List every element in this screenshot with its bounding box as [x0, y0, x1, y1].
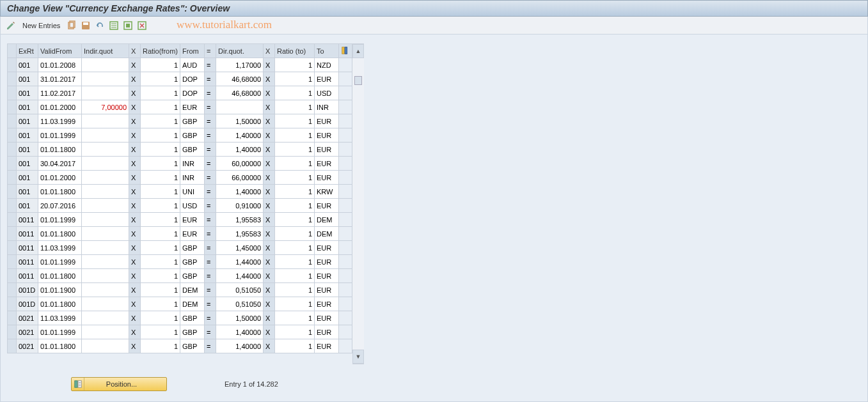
cell-indir-quot[interactable] — [82, 143, 129, 157]
deselect-all-icon[interactable] — [123, 20, 133, 31]
col-dir-quot[interactable]: Dir.quot. — [216, 44, 264, 58]
cell-from[interactable]: EUR — [180, 227, 205, 241]
col-x2[interactable]: X — [264, 44, 275, 58]
cell-from[interactable]: GBP — [180, 128, 205, 143]
cell-indir-quot[interactable] — [82, 199, 129, 213]
cell-from[interactable]: DEM — [180, 283, 205, 297]
cell-dir-quot[interactable]: 0,51050 — [216, 297, 264, 311]
cell-validfrom[interactable]: 20.07.2016 — [38, 199, 82, 213]
cell-ratio-from[interactable]: 1 — [141, 114, 180, 128]
copy-icon[interactable] — [67, 20, 77, 31]
cell-dir-quot[interactable]: 1,40000 — [216, 143, 264, 157]
cell-ratio-from[interactable]: 1 — [141, 143, 180, 157]
cell-from[interactable]: UNI — [180, 185, 205, 199]
cell-dir-quot[interactable]: 1,40000 — [216, 128, 264, 143]
cell-ratio-from[interactable]: 1 — [141, 58, 180, 72]
col-ratio-to[interactable]: Ratio (to) — [275, 44, 315, 58]
cell-indir-quot[interactable] — [82, 185, 129, 199]
cell-indir-quot[interactable] — [82, 227, 129, 241]
cell-ratio-from[interactable]: 1 — [141, 157, 180, 171]
vertical-scrollbar[interactable]: ▲ ▼ — [352, 43, 364, 364]
cell-exrt[interactable]: 001 — [17, 100, 38, 114]
cell-indir-quot[interactable] — [82, 171, 129, 185]
cell-to[interactable]: EUR — [315, 255, 339, 269]
cell-ratio-from[interactable]: 1 — [141, 325, 180, 339]
col-from[interactable]: From — [180, 44, 205, 58]
cell-ratio-from[interactable]: 1 — [141, 100, 180, 114]
col-ratio-from[interactable]: Ratio(from) — [141, 44, 180, 58]
cell-ratio-to[interactable]: 1 — [275, 269, 315, 283]
cell-exrt[interactable]: 0011 — [17, 269, 38, 283]
cell-from[interactable]: AUD — [180, 58, 205, 72]
cell-to[interactable]: EUR — [315, 171, 339, 185]
cell-to[interactable]: INR — [315, 100, 339, 114]
cell-dir-quot[interactable]: 66,00000 — [216, 171, 264, 185]
cell-from[interactable]: EUR — [180, 213, 205, 227]
row-selector[interactable] — [8, 227, 17, 241]
scroll-up-button[interactable]: ▲ — [352, 44, 364, 58]
cell-ratio-to[interactable]: 1 — [275, 86, 315, 100]
cell-dir-quot[interactable]: 1,17000 — [216, 58, 264, 72]
cell-ratio-from[interactable]: 1 — [141, 128, 180, 143]
cell-to[interactable]: EUR — [315, 128, 339, 143]
row-selector[interactable] — [8, 100, 17, 114]
cell-from[interactable]: GBP — [180, 143, 205, 157]
cell-validfrom[interactable]: 01.01.1900 — [38, 283, 82, 297]
cell-to[interactable]: EUR — [315, 311, 339, 325]
cell-indir-quot[interactable] — [82, 58, 129, 72]
cell-dir-quot[interactable]: 1,44000 — [216, 269, 264, 283]
cell-exrt[interactable]: 001 — [17, 86, 38, 100]
cell-validfrom[interactable]: 01.01.1800 — [38, 339, 82, 353]
cell-from[interactable]: USD — [180, 199, 205, 213]
cell-from[interactable]: DEM — [180, 297, 205, 311]
cell-from[interactable]: GBP — [180, 269, 205, 283]
cell-ratio-from[interactable]: 1 — [141, 241, 180, 255]
cell-dir-quot[interactable]: 1,95583 — [216, 227, 264, 241]
cell-validfrom[interactable]: 01.01.1999 — [38, 128, 82, 143]
row-selector[interactable] — [8, 311, 17, 325]
cell-dir-quot[interactable]: 1,50000 — [216, 311, 264, 325]
cell-dir-quot[interactable]: 1,45000 — [216, 241, 264, 255]
cell-validfrom[interactable]: 01.01.1800 — [38, 269, 82, 283]
cell-ratio-to[interactable]: 1 — [275, 100, 315, 114]
cell-ratio-to[interactable]: 1 — [275, 297, 315, 311]
row-selector[interactable] — [8, 283, 17, 297]
cell-from[interactable]: INR — [180, 171, 205, 185]
cell-validfrom[interactable]: 01.01.2000 — [38, 171, 82, 185]
cell-indir-quot[interactable] — [82, 339, 129, 353]
cell-dir-quot[interactable]: 1,50000 — [216, 114, 264, 128]
cell-to[interactable]: EUR — [315, 297, 339, 311]
cell-ratio-from[interactable]: 1 — [141, 311, 180, 325]
cell-ratio-from[interactable]: 1 — [141, 171, 180, 185]
cell-ratio-from[interactable]: 1 — [141, 185, 180, 199]
cell-exrt[interactable]: 0011 — [17, 227, 38, 241]
cell-from[interactable]: GBP — [180, 325, 205, 339]
cell-dir-quot[interactable]: 0,91000 — [216, 199, 264, 213]
cell-ratio-to[interactable]: 1 — [275, 283, 315, 297]
cell-validfrom[interactable]: 01.01.1800 — [38, 297, 82, 311]
cell-from[interactable]: GBP — [180, 255, 205, 269]
cell-dir-quot[interactable]: 1,44000 — [216, 255, 264, 269]
cell-dir-quot[interactable]: 60,00000 — [216, 157, 264, 171]
cell-validfrom[interactable]: 01.01.1999 — [38, 255, 82, 269]
cell-ratio-from[interactable]: 1 — [141, 72, 180, 86]
cell-validfrom[interactable]: 01.01.1800 — [38, 185, 82, 199]
row-selector[interactable] — [8, 128, 17, 143]
cell-ratio-to[interactable]: 1 — [275, 325, 315, 339]
cell-validfrom[interactable]: 01.01.1800 — [38, 227, 82, 241]
cell-validfrom[interactable]: 01.01.1999 — [38, 213, 82, 227]
undo-icon[interactable] — [95, 20, 105, 31]
cell-to[interactable]: EUR — [315, 325, 339, 339]
scroll-down-button[interactable]: ▼ — [352, 350, 364, 364]
cell-validfrom[interactable]: 31.01.2017 — [38, 72, 82, 86]
col-x1[interactable]: X — [129, 44, 141, 58]
save-icon[interactable] — [81, 20, 91, 31]
cell-from[interactable]: GBP — [180, 339, 205, 353]
cell-indir-quot[interactable] — [82, 114, 129, 128]
cell-exrt[interactable]: 001 — [17, 128, 38, 143]
cell-dir-quot[interactable]: 46,68000 — [216, 86, 264, 100]
cell-to[interactable]: KRW — [315, 185, 339, 199]
cell-validfrom[interactable]: 30.04.2017 — [38, 157, 82, 171]
select-all-icon[interactable] — [109, 20, 119, 31]
cell-from[interactable]: GBP — [180, 311, 205, 325]
